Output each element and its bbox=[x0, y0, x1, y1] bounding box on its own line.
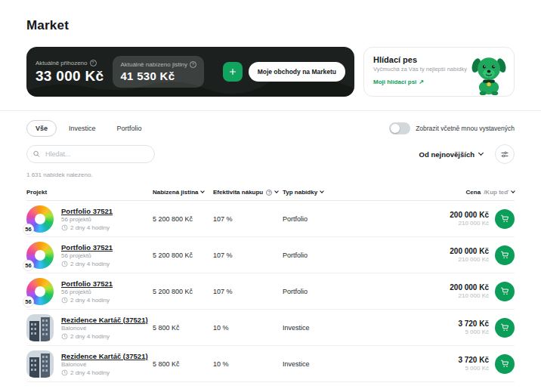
project-link[interactable]: Rezidence Kartáč (37521) bbox=[61, 316, 148, 324]
price-current: 200 000 Kč bbox=[406, 247, 489, 255]
cart-icon bbox=[500, 250, 510, 260]
buy-button[interactable] bbox=[495, 318, 515, 338]
offer-type: Portfolio bbox=[283, 215, 406, 223]
offered-principal-label: Aktuálně nabízeno jistiny bbox=[120, 61, 196, 68]
project-info: Rezidence Kartáč (37521) Balonové 2 dny … bbox=[61, 316, 148, 340]
table-row[interactable]: 56 Portfolio 37521 56 projektů 2 dny 4 h… bbox=[26, 273, 515, 310]
project-info: Rezidence Kartáč (37521) Balonové 2 dny … bbox=[61, 352, 148, 376]
my-watchdogs-link[interactable]: Moji hlídací psi↗ bbox=[373, 79, 424, 85]
offer-type: Investice bbox=[283, 324, 406, 332]
show-mine-toggle[interactable] bbox=[389, 122, 410, 134]
search-input[interactable] bbox=[26, 145, 155, 163]
principal-value: 5 200 800 Kč bbox=[153, 252, 213, 259]
price-original: 210 000 Kč bbox=[406, 292, 489, 299]
table-row[interactable]: 56 Portfolio 37521 56 projektů 2 dny 4 h… bbox=[26, 201, 515, 237]
project-cell: Rezidence Kartáč (37521) Balonové 2 dny … bbox=[26, 314, 153, 341]
tab-all[interactable]: Vše bbox=[26, 120, 57, 137]
price-current: 200 000 Kč bbox=[406, 211, 489, 219]
col-efficiency[interactable]: Efektivita nákupu bbox=[213, 189, 283, 196]
search-sort-bar: Od nejnovějších bbox=[26, 144, 515, 164]
project-info: Portfolio 37521 56 projektů 2 dny 4 hodi… bbox=[61, 279, 113, 304]
project-link[interactable]: Rezidence Kartáč (37521) bbox=[61, 352, 148, 360]
project-cell: 56 Portfolio 37521 56 projektů 2 dny 4 h… bbox=[26, 278, 153, 305]
project-count-badge: 56 bbox=[23, 260, 34, 271]
buy-button[interactable] bbox=[495, 209, 515, 229]
principal-value: 5 800 Kč bbox=[153, 360, 213, 368]
clock-icon bbox=[61, 261, 68, 267]
tab-investice[interactable]: Investice bbox=[60, 120, 105, 137]
buy-button[interactable] bbox=[495, 245, 515, 265]
table-row[interactable]: Rezidence Kartáč (37521) Balonové 2 dny … bbox=[26, 310, 515, 346]
building-thumbnail bbox=[26, 350, 54, 378]
table-row[interactable]: 56 Portfolio 37521 56 projektů 2 dny 4 h… bbox=[26, 237, 515, 273]
add-offer-button[interactable] bbox=[223, 62, 243, 82]
time-left: 2 dny 4 hodiny bbox=[61, 224, 113, 231]
cart-icon bbox=[500, 323, 510, 332]
portfolio-avatar: 56 bbox=[26, 278, 54, 305]
search-box bbox=[26, 145, 155, 163]
project-subtitle: 56 projektů bbox=[61, 216, 113, 223]
tab-portfolio[interactable]: Portfolio bbox=[108, 120, 151, 137]
info-icon[interactable] bbox=[90, 60, 97, 66]
project-link[interactable]: Portfolio 37521 bbox=[61, 243, 113, 252]
portfolio-avatar: 56 bbox=[26, 242, 54, 269]
external-link-icon: ↗ bbox=[419, 79, 424, 85]
efficiency-value: 10 % bbox=[213, 324, 283, 332]
search-icon bbox=[32, 150, 41, 159]
show-mine-filter: Zobrazit včetně mnou vystavených bbox=[389, 122, 515, 134]
buy-button[interactable] bbox=[495, 282, 515, 301]
cart-icon bbox=[500, 359, 510, 369]
col-principal[interactable]: Nabízená jistina bbox=[153, 189, 213, 196]
clock-icon bbox=[61, 224, 68, 231]
watchdog-subtitle: Vyčmuchá za Vás ty nejlepší nabídky bbox=[373, 66, 468, 73]
sort-chevron-icon bbox=[320, 189, 324, 193]
cart-icon bbox=[500, 286, 510, 296]
price-cell: 200 000 Kč 210 000 Kč bbox=[406, 211, 489, 227]
project-link[interactable]: Portfolio 37521 bbox=[61, 279, 113, 288]
buy-button[interactable] bbox=[495, 354, 515, 374]
results-count: 1 631 nabídek nalezeno. bbox=[26, 171, 515, 178]
project-count-badge: 56 bbox=[23, 224, 34, 235]
col-price[interactable]: Cena/Kup teď bbox=[406, 189, 515, 196]
sliders-icon bbox=[500, 150, 509, 159]
my-trades-button[interactable]: Moje obchody na Marketu bbox=[249, 62, 345, 82]
efficiency-value: 10 % bbox=[213, 360, 283, 368]
project-cell: 56 Portfolio 37521 56 projektů 2 dny 4 h… bbox=[26, 242, 153, 269]
price-cell: 200 000 Kč 210 000 Kč bbox=[406, 283, 489, 299]
time-left: 2 dny 4 hodiny bbox=[61, 333, 148, 340]
toggle-knob bbox=[391, 124, 400, 133]
sort-controls: Od nejnovějších bbox=[415, 144, 515, 164]
time-left: 2 dny 4 hodiny bbox=[61, 297, 113, 304]
price-cell: 200 000 Kč 210 000 Kč bbox=[406, 247, 489, 263]
watchdog-dog-illustration bbox=[468, 53, 510, 95]
time-left: 2 dny 4 hodiny bbox=[61, 369, 148, 376]
project-link[interactable]: Portfolio 37521 bbox=[61, 207, 113, 215]
time-left: 2 dny 4 hodiny bbox=[61, 261, 113, 267]
clock-icon bbox=[61, 369, 68, 376]
efficiency-value: 107 % bbox=[213, 252, 283, 259]
clock-icon bbox=[61, 333, 68, 340]
offer-type: Investice bbox=[283, 360, 406, 368]
project-subtitle: Balonové bbox=[61, 325, 148, 332]
section-divider bbox=[0, 110, 541, 111]
price-cell: 3 720 Kč 5 000 Kč bbox=[406, 319, 489, 335]
info-icon[interactable] bbox=[190, 61, 196, 68]
project-cell: Rezidence Kartáč (37521) Balonové 2 dny … bbox=[26, 350, 153, 378]
project-subtitle: 56 projektů bbox=[61, 252, 113, 259]
category-tabs: Vše Investice Portfolio bbox=[26, 120, 151, 137]
table-row[interactable]: Rezidence Kartáč (37521) Balonové 2 dny … bbox=[26, 346, 515, 382]
efficiency-value: 107 % bbox=[213, 288, 283, 295]
project-info: Portfolio 37521 56 projektů 2 dny 4 hodi… bbox=[61, 207, 113, 231]
project-cell: 56 Portfolio 37521 56 projektů 2 dny 4 h… bbox=[26, 205, 153, 233]
show-mine-label: Zobrazit včetně mnou vystavených bbox=[416, 125, 515, 132]
col-project: Projekt bbox=[26, 189, 153, 196]
building-photo bbox=[26, 314, 54, 341]
market-summary-card: Aktuálně přihozeno 33 000 Kč Aktuálně na… bbox=[26, 47, 354, 97]
current-bid-label: Aktuálně přihozeno bbox=[36, 60, 104, 66]
table-header: Projekt Nabízená jistina Efektivita náku… bbox=[26, 189, 515, 201]
portfolio-avatar: 56 bbox=[26, 205, 54, 233]
principal-value: 5 800 Kč bbox=[153, 324, 213, 332]
col-type[interactable]: Typ nabídky bbox=[283, 189, 406, 196]
sort-dropdown[interactable]: Od nejnovějších bbox=[415, 150, 487, 159]
filter-button[interactable] bbox=[495, 144, 515, 164]
